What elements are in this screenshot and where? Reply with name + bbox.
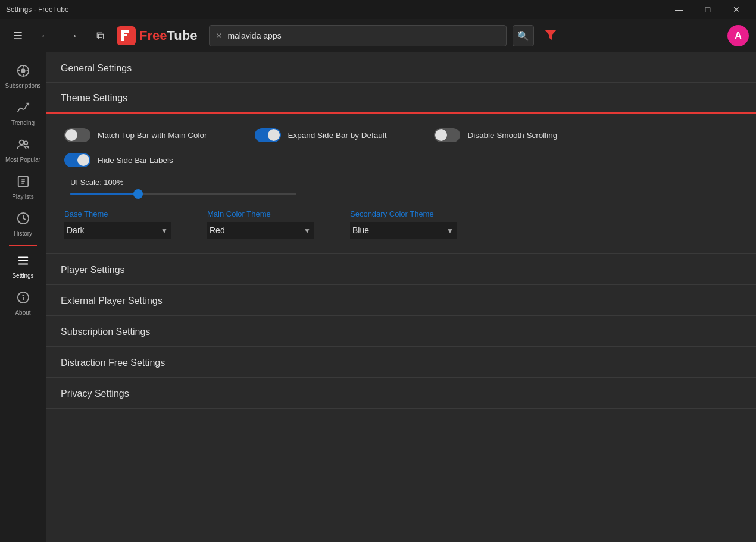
forward-button[interactable]: → bbox=[62, 25, 83, 46]
toggles-row-1: Match Top Bar with Main Color Expand Sid… bbox=[64, 128, 738, 142]
theme-settings-section: Theme Settings Match Top Bar with Main C… bbox=[46, 83, 756, 254]
external-player-settings-header[interactable]: External Player Settings bbox=[46, 285, 756, 315]
expand-sidebar-toggle[interactable] bbox=[255, 128, 281, 142]
secondary-color-theme-dropdown-item: Secondary Color Theme Blue Red Green Pur… bbox=[350, 209, 457, 239]
svg-marker-0 bbox=[545, 30, 557, 40]
playlists-icon bbox=[17, 175, 30, 191]
svg-point-8 bbox=[24, 142, 27, 145]
dropdowns-row: Base Theme Dark Light Black ▼ Main Color… bbox=[64, 209, 738, 239]
topbar: ☰ ← → ⧉ FreeTube ✕ malavida apps 🔍 A bbox=[0, 19, 756, 52]
secondary-color-theme-label: Secondary Color Theme bbox=[350, 209, 457, 218]
trending-icon bbox=[17, 101, 30, 117]
distraction-free-settings-header[interactable]: Distraction Free Settings bbox=[46, 347, 756, 377]
sidebar-item-most-popular[interactable]: Most Popular bbox=[0, 132, 46, 169]
match-top-bar-toggle-knob bbox=[65, 129, 77, 141]
sidebar-item-subscriptions[interactable]: Subscriptions bbox=[0, 58, 46, 95]
search-button[interactable]: 🔍 bbox=[513, 25, 534, 46]
sidebar-item-about[interactable]: About bbox=[0, 285, 46, 322]
sidebar-item-about-label: About bbox=[15, 309, 30, 316]
search-clear-icon[interactable]: ✕ bbox=[215, 31, 223, 40]
search-input[interactable]: malavida apps bbox=[227, 31, 500, 40]
theme-settings-content: Match Top Bar with Main Color Expand Sid… bbox=[46, 114, 756, 253]
search-bar[interactable]: ✕ malavida apps bbox=[209, 25, 507, 46]
sidebar-item-subscriptions-label: Subscriptions bbox=[5, 83, 40, 89]
titlebar: Settings - FreeTube — □ ✕ bbox=[0, 0, 756, 19]
menu-button[interactable]: ☰ bbox=[7, 25, 29, 46]
subscriptions-icon bbox=[17, 64, 30, 80]
pip-button[interactable]: ⧉ bbox=[89, 25, 111, 46]
sidebar-item-most-popular-label: Most Popular bbox=[5, 156, 40, 163]
svg-rect-13 bbox=[18, 264, 28, 265]
toggle-hide-sidebar-labels: Hide Side Bar Labels bbox=[64, 153, 173, 167]
distraction-free-settings-section: Distraction Free Settings bbox=[46, 347, 756, 378]
theme-settings-header[interactable]: Theme Settings bbox=[46, 83, 756, 114]
content-area: General Settings Theme Settings Match To… bbox=[46, 52, 756, 542]
base-theme-select[interactable]: Dark Light Black bbox=[64, 222, 171, 239]
privacy-settings-header[interactable]: Privacy Settings bbox=[46, 378, 756, 408]
base-theme-wrapper: Dark Light Black ▼ bbox=[64, 222, 171, 239]
avatar-button[interactable]: A bbox=[727, 25, 749, 46]
secondary-color-theme-select[interactable]: Blue Red Green Purple bbox=[350, 222, 457, 239]
main-color-theme-dropdown-item: Main Color Theme Red Blue Green Purple ▼ bbox=[207, 209, 314, 239]
ui-scale-slider-fill bbox=[70, 193, 138, 195]
sidebar-divider bbox=[9, 245, 36, 246]
ui-scale-slider-thumb[interactable] bbox=[133, 189, 143, 199]
player-settings-section: Player Settings bbox=[46, 254, 756, 285]
svg-rect-11 bbox=[18, 257, 28, 258]
sidebar-item-playlists[interactable]: Playlists bbox=[0, 169, 46, 206]
hide-sidebar-labels-label: Hide Side Bar Labels bbox=[98, 156, 173, 165]
subscription-settings-section: Subscription Settings bbox=[46, 316, 756, 347]
minimize-button[interactable]: — bbox=[666, 0, 693, 19]
hide-sidebar-labels-knob bbox=[77, 154, 89, 166]
general-settings-section: General Settings bbox=[46, 52, 756, 83]
subscription-settings-header[interactable]: Subscription Settings bbox=[46, 316, 756, 346]
match-top-bar-toggle[interactable] bbox=[64, 128, 90, 142]
search-icon: 🔍 bbox=[517, 30, 529, 42]
ui-scale-slider-track[interactable] bbox=[70, 193, 296, 195]
settings-icon bbox=[17, 254, 30, 270]
logo-icon bbox=[117, 26, 136, 45]
sidebar-item-settings-label: Settings bbox=[12, 272, 33, 279]
expand-sidebar-label: Expand Side Bar by Default bbox=[288, 131, 387, 140]
svg-rect-12 bbox=[18, 260, 28, 261]
logo-text: FreeTube bbox=[139, 28, 197, 43]
toggle-expand-sidebar: Expand Side Bar by Default bbox=[255, 128, 387, 142]
player-settings-header[interactable]: Player Settings bbox=[46, 254, 756, 284]
forward-icon: → bbox=[67, 30, 78, 42]
external-player-settings-section: External Player Settings bbox=[46, 285, 756, 316]
filter-button[interactable] bbox=[540, 25, 561, 46]
sidebar-item-history-label: History bbox=[14, 230, 32, 237]
toggle-disable-smooth-scrolling: Disable Smooth Scrolling bbox=[434, 128, 557, 142]
maximize-button[interactable]: □ bbox=[694, 0, 721, 19]
close-button[interactable]: ✕ bbox=[723, 0, 750, 19]
secondary-color-theme-wrapper: Blue Red Green Purple ▼ bbox=[350, 222, 457, 239]
base-theme-label: Base Theme bbox=[64, 209, 171, 218]
about-icon bbox=[17, 291, 30, 307]
base-theme-dropdown-item: Base Theme Dark Light Black ▼ bbox=[64, 209, 171, 239]
sidebar-item-playlists-label: Playlists bbox=[12, 193, 34, 200]
svg-point-2 bbox=[21, 68, 25, 73]
most-popular-icon bbox=[17, 138, 30, 154]
toggles-row-2: Hide Side Bar Labels bbox=[64, 153, 738, 167]
main-color-theme-select[interactable]: Red Blue Green Purple bbox=[207, 222, 314, 239]
disable-smooth-scrolling-label: Disable Smooth Scrolling bbox=[467, 131, 557, 140]
sidebar-item-settings[interactable]: Settings bbox=[0, 248, 46, 285]
ui-scale-label: UI Scale: 100% bbox=[70, 178, 738, 187]
back-button[interactable]: ← bbox=[35, 25, 56, 46]
svg-point-7 bbox=[19, 140, 23, 145]
menu-icon: ☰ bbox=[13, 29, 23, 42]
sidebar-item-history[interactable]: History bbox=[0, 206, 46, 243]
general-settings-header[interactable]: General Settings bbox=[46, 52, 756, 83]
ui-scale-row: UI Scale: 100% bbox=[64, 178, 738, 195]
window-title: Settings - FreeTube bbox=[6, 5, 69, 14]
logo: FreeTube bbox=[117, 26, 197, 45]
hide-sidebar-labels-toggle[interactable] bbox=[64, 153, 90, 167]
pip-icon: ⧉ bbox=[96, 30, 104, 42]
sidebar-item-trending[interactable]: Trending bbox=[0, 95, 46, 132]
disable-smooth-scrolling-toggle[interactable] bbox=[434, 128, 460, 142]
sidebar: Subscriptions Trending Most Popular bbox=[0, 52, 46, 542]
filter-icon bbox=[544, 28, 557, 44]
window-controls: — □ ✕ bbox=[666, 0, 750, 19]
toggle-match-top-bar: Match Top Bar with Main Color bbox=[64, 128, 207, 142]
history-icon bbox=[17, 212, 30, 228]
